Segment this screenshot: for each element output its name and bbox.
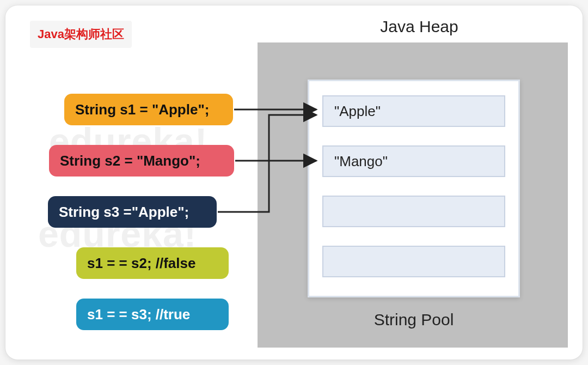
heap-title: Java Heap <box>310 17 528 36</box>
string-pool-title: String Pool <box>308 311 520 329</box>
string-pool: "Apple" "Mango" <box>308 80 520 297</box>
pool-entry-empty <box>322 246 505 277</box>
community-badge: Java架构师社区 <box>30 21 132 48</box>
code-statement-s3: String s3 ="Apple"; <box>48 196 217 228</box>
pool-entry-empty <box>322 196 505 227</box>
pool-entry-mango: "Mango" <box>322 145 505 177</box>
code-statement-s1: String s1 = "Apple"; <box>64 94 233 125</box>
code-comparison-1: s1 = = s2; //false <box>76 247 229 279</box>
code-comparison-2: s1 = = s3; //true <box>76 299 229 330</box>
pool-entry-apple: "Apple" <box>322 95 505 127</box>
diagram-card: edureka! edureka! edureka! edureka! edur… <box>5 5 583 360</box>
code-statement-s2: String s2 = "Mango"; <box>49 145 234 177</box>
